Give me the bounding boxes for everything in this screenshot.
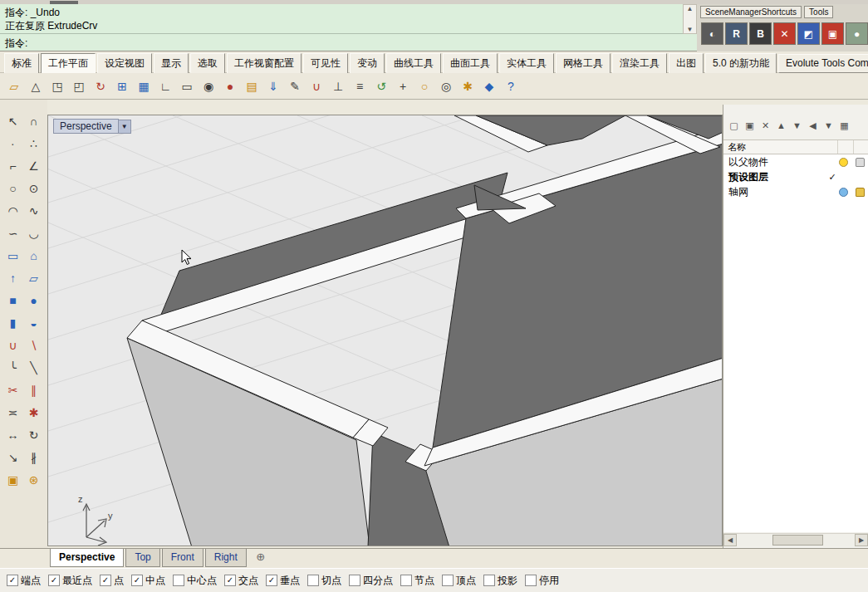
layers-name-column-header[interactable]: 名称: [723, 141, 837, 154]
settings-icon[interactable]: ◆: [479, 76, 499, 96]
osnap-checkbox[interactable]: [349, 575, 360, 586]
add-viewport-tab-button[interactable]: ⊕: [251, 549, 270, 565]
polygon-icon[interactable]: ⌂: [23, 244, 44, 267]
viewport-tab[interactable]: Perspective: [50, 549, 124, 567]
sphere-icon[interactable]: ●: [23, 289, 44, 311]
move-up-icon[interactable]: ▲: [773, 118, 789, 133]
scroll-down-icon[interactable]: ▼: [687, 26, 694, 33]
scroll-left-icon[interactable]: ◀: [723, 534, 737, 546]
cplane-rotate-icon[interactable]: ↻: [91, 76, 110, 96]
move-down-icon[interactable]: ▼: [789, 118, 805, 133]
menu-tab[interactable]: Evolute Tools Compl: [778, 54, 868, 73]
osnap-checkbox[interactable]: ✓: [100, 575, 111, 586]
osnap-item[interactable]: ✓ 垂点: [266, 574, 300, 588]
osnap-item[interactable]: 投影: [483, 574, 517, 588]
undo-view-icon[interactable]: ↺: [371, 76, 391, 96]
viewport-label[interactable]: Perspective ▼: [53, 119, 131, 134]
layer-columns-icon[interactable]: ▦: [836, 118, 852, 133]
join-icon[interactable]: ≍: [2, 401, 23, 423]
menu-tab[interactable]: 工作平面: [41, 53, 96, 75]
plane-axes-icon[interactable]: ⊥: [328, 76, 348, 96]
menu-tab[interactable]: 工作视窗配置: [227, 53, 302, 75]
ortho-icon[interactable]: ∟: [155, 76, 175, 96]
menu-tab[interactable]: 实体工具: [499, 53, 554, 75]
vray-frame-buffer-icon[interactable]: ▣: [821, 22, 844, 45]
osnap-item[interactable]: 切点: [307, 574, 341, 588]
cplane-world-icon[interactable]: ▱: [4, 76, 24, 96]
named-cplane-icon[interactable]: ≡: [350, 76, 370, 96]
boolean-difference-icon[interactable]: ∖: [23, 334, 44, 356]
surface-plane-icon[interactable]: ▱: [23, 267, 44, 289]
layers-visibility-column-header[interactable]: [837, 140, 853, 154]
extrude-icon[interactable]: ↑: [2, 267, 23, 289]
grid-snap-icon[interactable]: ▦: [134, 76, 154, 96]
viewport-3d-canvas[interactable]: z y x: [48, 115, 722, 546]
vray-render-r-icon[interactable]: R: [725, 22, 748, 45]
osnap-checkbox[interactable]: ✓: [266, 575, 277, 586]
ellipse-icon[interactable]: ⊙: [23, 177, 44, 199]
new-layer-icon[interactable]: ▢: [726, 118, 742, 133]
lamp-icon[interactable]: ○: [414, 76, 434, 96]
osnap-item[interactable]: 中心点: [173, 574, 217, 588]
magnet-icon[interactable]: ∪: [306, 76, 326, 96]
command-prompt[interactable]: 指令:: [0, 34, 697, 51]
menu-tab[interactable]: 标准: [4, 53, 39, 75]
vray-batch-b-icon[interactable]: B: [749, 22, 772, 45]
viewport-label-dropdown-icon[interactable]: ▼: [119, 120, 131, 134]
layer-lock-icon[interactable]: [856, 188, 865, 197]
fillet-icon[interactable]: ╰: [2, 356, 23, 379]
layers-lock-column-header[interactable]: [853, 140, 868, 154]
menu-tab[interactable]: 出图: [669, 53, 704, 75]
trim-scissors-icon[interactable]: ✂: [2, 379, 23, 401]
layer-row[interactable]: 轴网: [723, 184, 868, 199]
scroll-right-icon[interactable]: ▶: [855, 534, 868, 546]
osnap-checkbox[interactable]: ✓: [131, 575, 143, 586]
lasso-icon[interactable]: ∩: [23, 110, 44, 132]
solid-box-icon[interactable]: ■: [2, 289, 23, 311]
osnap-item[interactable]: 节点: [400, 574, 434, 588]
select-arrow-icon[interactable]: ↖: [2, 110, 23, 132]
osnap-checkbox[interactable]: [307, 575, 319, 586]
curve-boolean-icon[interactable]: ▣: [2, 468, 23, 491]
pipe-icon[interactable]: ◒: [23, 311, 44, 334]
menu-tab[interactable]: 设定视图: [97, 53, 152, 75]
cplane-object-icon[interactable]: ◳: [47, 76, 67, 96]
osnap-item[interactable]: ✓ 交点: [224, 574, 258, 588]
save-icon[interactable]: ⇓: [263, 76, 283, 96]
scale-icon[interactable]: ↘: [2, 446, 23, 468]
sun-icon[interactable]: ✱: [458, 76, 478, 96]
menu-tab[interactable]: 网格工具: [556, 53, 611, 75]
menu-tab[interactable]: 选取: [190, 53, 225, 75]
layer-visibility-bulb-icon[interactable]: [839, 188, 848, 197]
conic-icon[interactable]: ◡: [23, 222, 44, 244]
cplane-3point-icon[interactable]: △: [26, 76, 46, 96]
osnap-item[interactable]: 四分点: [349, 574, 393, 588]
osnap-checkbox[interactable]: [173, 575, 184, 586]
command-history[interactable]: 指令: _Undo 正在复原 ExtrudeCrv: [0, 4, 683, 34]
osnap-checkbox[interactable]: [400, 575, 412, 586]
grid-icon[interactable]: ⊞: [112, 76, 132, 96]
vray-material-editor-icon[interactable]: ◐: [701, 22, 723, 45]
scrollbar-track[interactable]: [737, 534, 855, 546]
point-icon[interactable]: ∙: [2, 132, 23, 154]
menu-tab[interactable]: 渲染工具: [612, 53, 667, 75]
planar-mode-icon[interactable]: ▭: [177, 76, 197, 96]
rectangle-icon[interactable]: ▭: [2, 244, 23, 267]
scroll-up-icon[interactable]: ▲: [687, 5, 694, 12]
help-icon[interactable]: ?: [501, 76, 521, 96]
osnap-checkbox[interactable]: [525, 575, 537, 586]
split-icon[interactable]: ∥: [23, 379, 44, 401]
move-icon[interactable]: ↔: [2, 423, 23, 446]
boolean-union-icon[interactable]: ∪: [2, 334, 23, 356]
osnap-checkbox[interactable]: [483, 575, 495, 586]
osnap-checkbox[interactable]: ✓: [224, 575, 236, 586]
menu-tab[interactable]: 5.0 的新功能: [705, 53, 777, 75]
delete-layer-icon[interactable]: ✕: [758, 118, 773, 133]
osnap-checkbox[interactable]: ✓: [48, 575, 60, 586]
viewport-tab[interactable]: Front: [162, 549, 204, 567]
vray-sphere-icon[interactable]: ●: [846, 22, 868, 45]
osnap-item[interactable]: ✓ 最近点: [48, 574, 92, 588]
osnap-item[interactable]: ✓ 点: [100, 574, 124, 588]
layer-row[interactable]: 以父物件: [723, 154, 868, 169]
perspective-viewport[interactable]: Perspective ▼: [47, 115, 723, 546]
